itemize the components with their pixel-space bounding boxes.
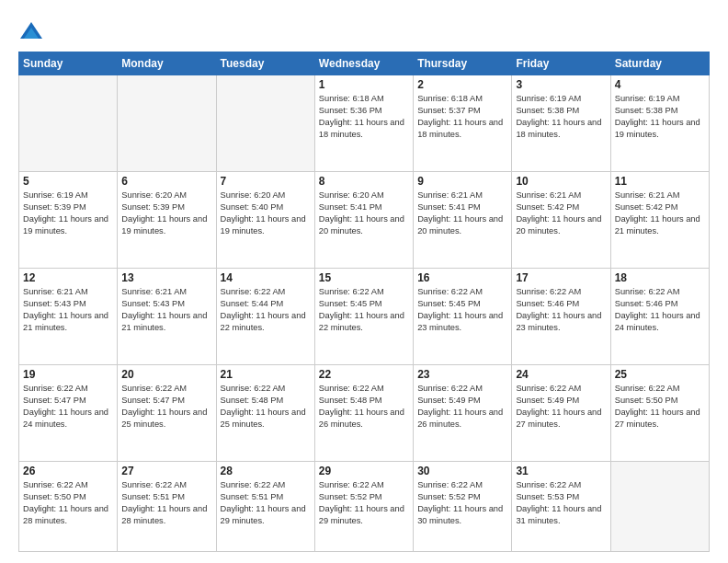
day-info: Sunrise: 6:21 AMSunset: 5:41 PMDaylight:…: [417, 190, 507, 237]
calendar-cell: 20Sunrise: 6:22 AMSunset: 5:47 PMDayligh…: [118, 365, 216, 462]
day-info: Sunrise: 6:19 AMSunset: 5:38 PMDaylight:…: [516, 93, 606, 141]
day-number: 23: [417, 368, 507, 381]
day-info: Sunrise: 6:21 AMSunset: 5:42 PMDaylight:…: [615, 190, 705, 237]
day-number: 11: [615, 175, 705, 188]
calendar-cell: 25Sunrise: 6:22 AMSunset: 5:50 PMDayligh…: [610, 365, 709, 462]
calendar-cell: 27Sunrise: 6:22 AMSunset: 5:51 PMDayligh…: [118, 462, 216, 552]
day-number: 24: [516, 368, 606, 381]
calendar-cell: 21Sunrise: 6:22 AMSunset: 5:48 PMDayligh…: [216, 365, 314, 462]
calendar-week-row: 5Sunrise: 6:19 AMSunset: 5:39 PMDaylight…: [19, 172, 710, 269]
day-info: Sunrise: 6:22 AMSunset: 5:51 PMDaylight:…: [221, 479, 311, 527]
calendar-week-row: 26Sunrise: 6:22 AMSunset: 5:50 PMDayligh…: [19, 462, 710, 552]
day-info: Sunrise: 6:19 AMSunset: 5:39 PMDaylight:…: [23, 190, 113, 237]
day-info: Sunrise: 6:22 AMSunset: 5:50 PMDaylight:…: [23, 479, 113, 527]
day-number: 9: [417, 175, 507, 188]
day-info: Sunrise: 6:22 AMSunset: 5:50 PMDaylight:…: [615, 383, 705, 431]
calendar-cell: 10Sunrise: 6:21 AMSunset: 5:42 PMDayligh…: [512, 172, 610, 269]
day-info: Sunrise: 6:22 AMSunset: 5:48 PMDaylight:…: [319, 383, 409, 431]
calendar-day-header: Thursday: [414, 52, 512, 75]
day-number: 8: [319, 175, 409, 188]
calendar-week-row: 19Sunrise: 6:22 AMSunset: 5:47 PMDayligh…: [19, 365, 710, 462]
calendar-cell: 11Sunrise: 6:21 AMSunset: 5:42 PMDayligh…: [610, 172, 709, 269]
day-number: 13: [121, 271, 211, 284]
header: [18, 15, 710, 44]
calendar-week-row: 12Sunrise: 6:21 AMSunset: 5:43 PMDayligh…: [19, 269, 710, 365]
day-number: 10: [516, 175, 606, 188]
day-number: 14: [221, 271, 311, 284]
day-number: 19: [23, 368, 113, 381]
calendar-day-header: Friday: [512, 52, 610, 75]
day-number: 22: [319, 368, 409, 381]
day-info: Sunrise: 6:19 AMSunset: 5:38 PMDaylight:…: [615, 93, 705, 141]
calendar-cell: 22Sunrise: 6:22 AMSunset: 5:48 PMDayligh…: [314, 365, 413, 462]
calendar-cell: 16Sunrise: 6:22 AMSunset: 5:45 PMDayligh…: [414, 269, 512, 365]
day-number: 28: [221, 465, 311, 477]
calendar-header-row: SundayMondayTuesdayWednesdayThursdayFrid…: [19, 52, 710, 75]
calendar-cell: 12Sunrise: 6:21 AMSunset: 5:43 PMDayligh…: [19, 269, 118, 365]
day-info: Sunrise: 6:22 AMSunset: 5:49 PMDaylight:…: [516, 383, 606, 431]
calendar-cell: 23Sunrise: 6:22 AMSunset: 5:49 PMDayligh…: [414, 365, 512, 462]
calendar-cell: 30Sunrise: 6:22 AMSunset: 5:52 PMDayligh…: [414, 462, 512, 552]
day-number: 17: [516, 271, 606, 284]
day-info: Sunrise: 6:21 AMSunset: 5:43 PMDaylight:…: [121, 286, 211, 334]
calendar-cell: 1Sunrise: 6:18 AMSunset: 5:36 PMDaylight…: [314, 75, 413, 172]
day-info: Sunrise: 6:18 AMSunset: 5:37 PMDaylight:…: [417, 93, 507, 141]
day-number: 1: [319, 78, 409, 91]
day-info: Sunrise: 6:22 AMSunset: 5:44 PMDaylight:…: [221, 286, 311, 334]
calendar-cell: 18Sunrise: 6:22 AMSunset: 5:46 PMDayligh…: [610, 269, 709, 365]
day-number: 4: [615, 78, 705, 91]
calendar-cell: 7Sunrise: 6:20 AMSunset: 5:40 PMDaylight…: [216, 172, 314, 269]
day-number: 31: [516, 465, 606, 477]
calendar-day-header: Tuesday: [216, 52, 314, 75]
day-info: Sunrise: 6:22 AMSunset: 5:45 PMDaylight:…: [319, 286, 409, 334]
calendar-cell: 28Sunrise: 6:22 AMSunset: 5:51 PMDayligh…: [216, 462, 314, 552]
day-info: Sunrise: 6:18 AMSunset: 5:36 PMDaylight:…: [319, 93, 409, 141]
day-number: 5: [23, 175, 113, 188]
day-info: Sunrise: 6:22 AMSunset: 5:46 PMDaylight:…: [615, 286, 705, 334]
day-info: Sunrise: 6:22 AMSunset: 5:45 PMDaylight:…: [417, 286, 507, 334]
day-number: 20: [121, 368, 211, 381]
calendar-cell: 3Sunrise: 6:19 AMSunset: 5:38 PMDaylight…: [512, 75, 610, 172]
page: SundayMondayTuesdayWednesdayThursdayFrid…: [0, 0, 728, 563]
calendar-cell: 26Sunrise: 6:22 AMSunset: 5:50 PMDayligh…: [19, 462, 118, 552]
calendar-cell: 17Sunrise: 6:22 AMSunset: 5:46 PMDayligh…: [512, 269, 610, 365]
calendar-cell: 9Sunrise: 6:21 AMSunset: 5:41 PMDaylight…: [414, 172, 512, 269]
calendar-cell: [216, 75, 314, 172]
calendar-day-header: Sunday: [19, 52, 118, 75]
day-number: 21: [221, 368, 311, 381]
day-number: 15: [319, 271, 409, 284]
day-info: Sunrise: 6:20 AMSunset: 5:41 PMDaylight:…: [319, 190, 409, 237]
day-info: Sunrise: 6:22 AMSunset: 5:52 PMDaylight:…: [319, 479, 409, 527]
day-number: 27: [121, 465, 211, 477]
day-info: Sunrise: 6:22 AMSunset: 5:47 PMDaylight:…: [23, 383, 113, 431]
calendar-day-header: Saturday: [610, 52, 709, 75]
day-info: Sunrise: 6:21 AMSunset: 5:43 PMDaylight:…: [23, 286, 113, 334]
calendar-cell: [19, 75, 118, 172]
calendar-day-header: Wednesday: [314, 52, 413, 75]
day-info: Sunrise: 6:22 AMSunset: 5:47 PMDaylight:…: [121, 383, 211, 431]
calendar-cell: 2Sunrise: 6:18 AMSunset: 5:37 PMDaylight…: [414, 75, 512, 172]
calendar-cell: 8Sunrise: 6:20 AMSunset: 5:41 PMDaylight…: [314, 172, 413, 269]
calendar-cell: 31Sunrise: 6:22 AMSunset: 5:53 PMDayligh…: [512, 462, 610, 552]
calendar-week-row: 1Sunrise: 6:18 AMSunset: 5:36 PMDaylight…: [19, 75, 710, 172]
calendar-cell: 19Sunrise: 6:22 AMSunset: 5:47 PMDayligh…: [19, 365, 118, 462]
day-info: Sunrise: 6:21 AMSunset: 5:42 PMDaylight:…: [516, 190, 606, 237]
day-number: 29: [319, 465, 409, 477]
day-number: 2: [417, 78, 507, 91]
calendar-cell: 15Sunrise: 6:22 AMSunset: 5:45 PMDayligh…: [314, 269, 413, 365]
calendar-cell: 24Sunrise: 6:22 AMSunset: 5:49 PMDayligh…: [512, 365, 610, 462]
calendar-cell: 29Sunrise: 6:22 AMSunset: 5:52 PMDayligh…: [314, 462, 413, 552]
day-info: Sunrise: 6:22 AMSunset: 5:49 PMDaylight:…: [417, 383, 507, 431]
calendar-cell: [118, 75, 216, 172]
calendar-cell: 4Sunrise: 6:19 AMSunset: 5:38 PMDaylight…: [610, 75, 709, 172]
logo: [18, 18, 48, 44]
day-number: 16: [417, 271, 507, 284]
day-info: Sunrise: 6:20 AMSunset: 5:39 PMDaylight:…: [121, 190, 211, 237]
calendar-table: SundayMondayTuesdayWednesdayThursdayFrid…: [18, 52, 710, 552]
day-number: 6: [121, 175, 211, 188]
calendar-cell: 14Sunrise: 6:22 AMSunset: 5:44 PMDayligh…: [216, 269, 314, 365]
day-number: 12: [23, 271, 113, 284]
day-number: 3: [516, 78, 606, 91]
calendar-cell: [610, 462, 709, 552]
day-number: 26: [23, 465, 113, 477]
